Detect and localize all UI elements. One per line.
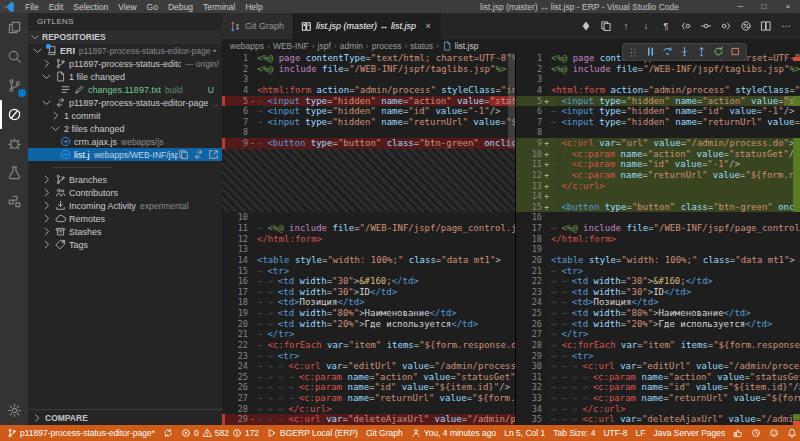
status-tab-size[interactable]: Tab Size: 4 (549, 425, 599, 441)
tree-item-tags[interactable]: Tags (28, 238, 222, 251)
activity-manage[interactable] (0, 396, 28, 425)
code-content: →<c:url var="url" value="/admin/process.… (551, 138, 800, 149)
status-eol[interactable]: LF (632, 425, 650, 441)
code-line-original-21: 21→</tr> (222, 329, 515, 340)
diff-modified-pane[interactable]: 1<%@ page contentType="text/html; charse… (516, 53, 800, 425)
stop-button[interactable] (730, 43, 741, 61)
status-debug-launch-label: BGERP Local (ERP) (280, 428, 358, 438)
tree-item-changes-11897-txt[interactable]: changes.11897.txtbuildU (28, 83, 222, 96)
code-line-original-11: 11→<%@ include file="/WEB-INF/jspf/page_… (222, 223, 515, 234)
overview-ruler[interactable] (793, 53, 800, 425)
pause-button[interactable] (645, 43, 656, 61)
toggle-whitespace-icon[interactable]: ¶ (660, 20, 672, 32)
breadcrumb-item-jspf[interactable]: jspf (318, 41, 331, 51)
tree-item-contributors[interactable]: Contributors (28, 186, 222, 199)
maximize-button[interactable]: □ (752, 0, 776, 13)
activity-extensions[interactable] (0, 187, 28, 216)
code-content: →<button type="button" class="btn-green"… (257, 138, 515, 149)
restart-button[interactable] (713, 43, 724, 61)
menu-edit[interactable]: Edit (44, 0, 69, 13)
tree-item-crm-ajax-js[interactable]: crm.ajax.jswebapps/js (28, 135, 222, 148)
menu-terminal[interactable]: Terminal (198, 0, 240, 13)
step-over-button[interactable] (662, 43, 673, 61)
menu-help[interactable]: Help (240, 0, 267, 13)
external-icon[interactable] (208, 149, 219, 160)
minimize-button[interactable]: ─ (728, 0, 752, 13)
diff-sign (542, 414, 551, 425)
next-change-icon[interactable]: ↓ (640, 20, 652, 32)
open-changes-next-revision-icon[interactable] (720, 20, 732, 32)
tree-item-stashes[interactable]: Stashes (28, 225, 222, 238)
tab-git-graph[interactable]: Git Graph (222, 13, 293, 39)
tree-item-label: Tags (69, 240, 88, 250)
diff-sign (248, 127, 257, 138)
compare-section-header[interactable]: COMPARE (28, 409, 222, 425)
activity-test[interactable] (0, 158, 28, 187)
code-line-modified-4: 4<html:form action="admin/process" style… (516, 85, 800, 96)
tree-item-erp[interactable]: ERPp11897-process-status-editor-page • +… (28, 44, 222, 57)
breadcrumb-item-admin[interactable]: admin (340, 41, 363, 51)
code-content: </html:form> (257, 234, 515, 245)
copy-icon[interactable] (178, 149, 189, 160)
tree-item-p11897-process-status-editor-page[interactable]: p11897-process-status-editor-page— origi… (28, 57, 222, 70)
status-git-graph[interactable]: Git Graph (362, 425, 407, 441)
tree-item-incoming-activity[interactable]: Incoming Activityexperimental (28, 199, 222, 212)
menu-go[interactable]: Go (142, 0, 163, 13)
tree-item-p11897-process-status-editor-page-working[interactable]: p11897-process-status-editor-page (worki… (28, 96, 222, 109)
tab-list-jsp-master-list-jsp[interactable]: list.jsp (master) ↔ list.jsp× (293, 13, 442, 39)
status-notifications[interactable] (783, 425, 800, 441)
activity-search[interactable] (0, 42, 28, 71)
tree-item-2-files-changed[interactable]: 2 files changed (28, 122, 222, 135)
breadcrumb-item-webapps[interactable]: webapps (230, 41, 264, 51)
status-branch[interactable]: p11897-process-status-editor-page* (3, 425, 159, 441)
close-button[interactable]: × (776, 0, 800, 13)
compare-icon[interactable] (193, 149, 204, 160)
status-cursor-position[interactable]: Ln 5, Col 1 (500, 425, 549, 441)
open-changes-working-file-icon[interactable] (700, 20, 712, 32)
tree-item-branches[interactable]: Branches (28, 173, 222, 186)
diff-sign: + (542, 138, 551, 149)
scrollbar-thumb[interactable] (508, 53, 515, 148)
diff-original-pane[interactable]: 1<%@ page contentType="text/html; charse… (222, 53, 516, 425)
code-content: →→→</c:url> (551, 404, 800, 415)
menu-debug[interactable]: Debug (163, 0, 198, 13)
breadcrumb-item-web-inf[interactable]: WEB-INF (273, 41, 309, 51)
status-debug-launch[interactable]: BGERP Local (ERP) (263, 425, 362, 441)
activity-source-control[interactable] (0, 71, 28, 100)
tree-item-1-commit[interactable]: 1 commit (28, 109, 222, 122)
status-blame-annotation[interactable]: You, 4 minutes ago (407, 425, 500, 441)
open-changes-icon[interactable] (600, 20, 612, 32)
gitlens-diamond-icon[interactable] (580, 20, 592, 32)
status-encoding[interactable]: UTF-8 (599, 425, 631, 441)
menu-file[interactable]: File (20, 0, 44, 13)
status-branch-label: p11897-process-status-editor-page* (20, 428, 155, 438)
status-sync[interactable] (159, 425, 177, 441)
menu-view[interactable]: View (113, 0, 141, 13)
code-content: →<input type="hidden" name="action" valu… (257, 96, 515, 107)
tree-item-list-jsp[interactable]: list.jspwebapps/WEB-INF/jspf/admin/pr… (28, 148, 222, 161)
activity-gitlens[interactable] (0, 100, 28, 129)
open-changes-prev-revision-icon[interactable] (680, 20, 692, 32)
breadcrumb-item-status[interactable]: status (410, 41, 433, 51)
repositories-section-header[interactable]: REPOSITORIES (28, 30, 222, 44)
breadcrumb-item-list-jsp[interactable]: list.jsp (455, 41, 479, 51)
status-smiley[interactable] (765, 425, 783, 441)
activity-explorer[interactable] (0, 13, 28, 42)
previous-change-icon[interactable]: ↑ (620, 20, 632, 32)
tree-item-remotes[interactable]: Remotes (28, 212, 222, 225)
status-language-mode[interactable]: Java Server Pages (649, 425, 729, 441)
step-into-button[interactable] (679, 43, 690, 61)
breadcrumb-item-process[interactable]: process (372, 41, 402, 51)
activity-debug[interactable] (0, 129, 28, 158)
step-out-button[interactable] (696, 43, 707, 61)
open-blame-icon[interactable] (740, 20, 752, 32)
more-actions-icon[interactable]: ⋯ (780, 20, 792, 32)
grip-icon[interactable] (628, 47, 639, 58)
split-editor-icon[interactable] (760, 20, 772, 32)
status-problems[interactable]: 0582172 (177, 425, 263, 441)
status-timer[interactable] (747, 425, 765, 441)
tree-item-1-file-changed[interactable]: 1 file changed (28, 70, 222, 83)
menu-selection[interactable]: Selection (68, 0, 113, 13)
close-icon[interactable]: × (423, 21, 433, 31)
status-feedback[interactable] (729, 425, 747, 441)
